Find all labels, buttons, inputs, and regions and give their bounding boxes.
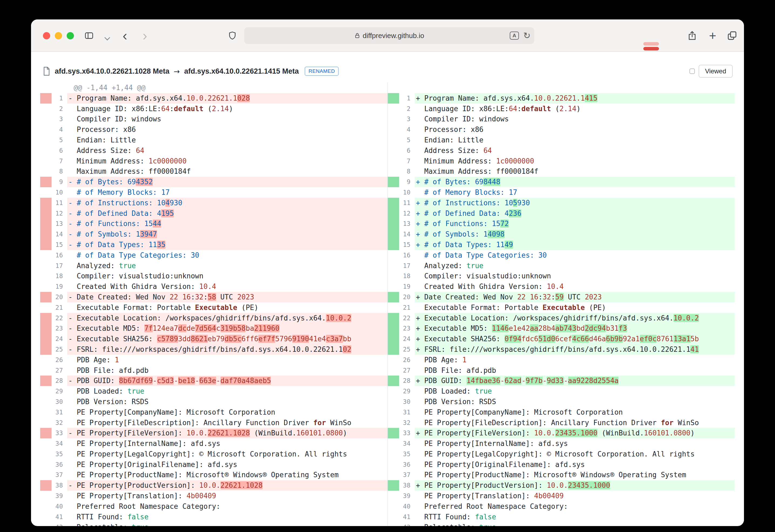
line-number[interactable]: 42	[399, 522, 415, 526]
close-button[interactable]	[43, 32, 50, 39]
line-number[interactable]: 29	[52, 386, 67, 397]
viewed-button[interactable]: Viewed	[699, 65, 733, 78]
minimize-button[interactable]	[55, 32, 62, 39]
line-number[interactable]: 40	[52, 501, 67, 512]
line-number[interactable]: 16	[399, 250, 415, 261]
line-number[interactable]: 39	[399, 491, 415, 501]
line-number[interactable]: 19	[399, 281, 415, 292]
line-number[interactable]: 39	[52, 491, 67, 501]
line-number[interactable]: 33	[399, 428, 415, 438]
line-number[interactable]: 33	[52, 428, 67, 438]
tab-overview-button[interactable]	[724, 28, 740, 44]
line-number[interactable]: 14	[399, 229, 415, 240]
line-number[interactable]: 28	[399, 376, 415, 386]
line-number[interactable]: 34	[52, 438, 67, 449]
line-number[interactable]: 6	[399, 145, 415, 156]
line-number[interactable]: 19	[52, 281, 67, 292]
line-number[interactable]: 7	[52, 156, 67, 166]
line-number[interactable]: 42	[52, 522, 67, 526]
forward-button[interactable]: ›	[137, 28, 153, 44]
translate-icon[interactable]: A	[510, 32, 519, 40]
line-number[interactable]: 40	[399, 501, 415, 512]
line-number[interactable]: 22	[399, 313, 415, 323]
line-number[interactable]: 5	[399, 135, 415, 145]
line-number[interactable]: 7	[399, 156, 415, 166]
line-number[interactable]: 38	[399, 480, 415, 491]
line-number[interactable]: 3	[399, 114, 415, 124]
line-number[interactable]: 3	[52, 114, 67, 124]
line-number[interactable]: 1	[399, 93, 415, 104]
address-bar[interactable]: diffpreview.github.io A ↻	[244, 27, 534, 44]
line-number[interactable]: 34	[399, 438, 415, 449]
line-number[interactable]: 37	[52, 470, 67, 480]
line-number[interactable]: 22	[52, 313, 67, 323]
line-number[interactable]: 26	[52, 355, 67, 365]
line-number[interactable]: 8	[399, 166, 415, 177]
line-number[interactable]: 25	[52, 344, 67, 355]
line-number[interactable]: 14	[52, 229, 67, 240]
line-number[interactable]: 26	[399, 355, 415, 365]
line-number[interactable]: 27	[52, 365, 67, 376]
line-number[interactable]: 15	[52, 240, 67, 250]
line-number[interactable]: 17	[399, 261, 415, 271]
line-number[interactable]: 9	[399, 177, 415, 187]
line-number[interactable]: 10	[399, 187, 415, 198]
line-number[interactable]: 5	[52, 135, 67, 145]
line-number[interactable]: 36	[399, 459, 415, 470]
line-number[interactable]: 24	[52, 334, 67, 344]
line-number[interactable]: 17	[52, 261, 67, 271]
chevron-down-icon[interactable]	[99, 30, 115, 46]
line-number[interactable]: 18	[52, 271, 67, 281]
line-number[interactable]: 25	[399, 344, 415, 355]
line-number[interactable]: 11	[52, 198, 67, 208]
line-number[interactable]: 21	[52, 302, 67, 313]
line-number[interactable]: 36	[52, 459, 67, 470]
line-number[interactable]: 23	[52, 323, 67, 334]
line-number[interactable]: 35	[52, 449, 67, 459]
line-number[interactable]: 18	[399, 271, 415, 281]
line-number[interactable]: 32	[399, 418, 415, 428]
line-number[interactable]: 16	[52, 250, 67, 261]
line-number[interactable]: 4	[52, 124, 67, 135]
line-number[interactable]: 37	[399, 470, 415, 480]
line-number[interactable]: 12	[399, 208, 415, 219]
line-number[interactable]: 15	[399, 240, 415, 250]
line-number[interactable]: 41	[52, 512, 67, 522]
zoom-button[interactable]	[67, 32, 74, 39]
line-number[interactable]: 28	[52, 376, 67, 386]
line-number[interactable]: 9	[52, 177, 67, 187]
line-number[interactable]: 38	[52, 480, 67, 491]
line-number[interactable]: 13	[399, 219, 415, 229]
line-number[interactable]: 35	[399, 449, 415, 459]
line-number[interactable]: 1	[52, 93, 67, 104]
line-number[interactable]	[52, 83, 67, 93]
line-number[interactable]: 20	[52, 292, 67, 302]
line-number[interactable]: 31	[399, 407, 415, 418]
line-number[interactable]: 20	[399, 292, 415, 302]
viewed-checkbox[interactable]	[689, 69, 695, 74]
sidebar-toggle-button[interactable]	[81, 28, 97, 44]
back-button[interactable]: ‹	[117, 28, 133, 44]
line-number[interactable]: 11	[399, 198, 415, 208]
line-number[interactable]: 30	[399, 397, 415, 407]
line-number[interactable]: 30	[52, 397, 67, 407]
line-number[interactable]: 31	[52, 407, 67, 418]
line-number[interactable]: 12	[52, 208, 67, 219]
privacy-shield-icon[interactable]	[224, 28, 240, 44]
line-number[interactable]: 8	[52, 166, 67, 177]
line-number[interactable]: 6	[52, 145, 67, 156]
line-number[interactable]: 24	[399, 334, 415, 344]
share-button[interactable]	[684, 28, 700, 44]
line-number[interactable]: 29	[399, 386, 415, 397]
line-number[interactable]: 41	[399, 512, 415, 522]
line-number[interactable]: 21	[399, 302, 415, 313]
line-number[interactable]: 13	[52, 219, 67, 229]
reload-icon[interactable]: ↻	[523, 30, 531, 41]
line-number[interactable]: 4	[399, 124, 415, 135]
line-number[interactable]: 32	[52, 418, 67, 428]
line-number[interactable]	[399, 83, 415, 93]
new-tab-button[interactable]: +	[705, 28, 721, 44]
line-number[interactable]: 2	[52, 104, 67, 114]
line-number[interactable]: 23	[399, 323, 415, 334]
line-number[interactable]: 10	[52, 187, 67, 198]
